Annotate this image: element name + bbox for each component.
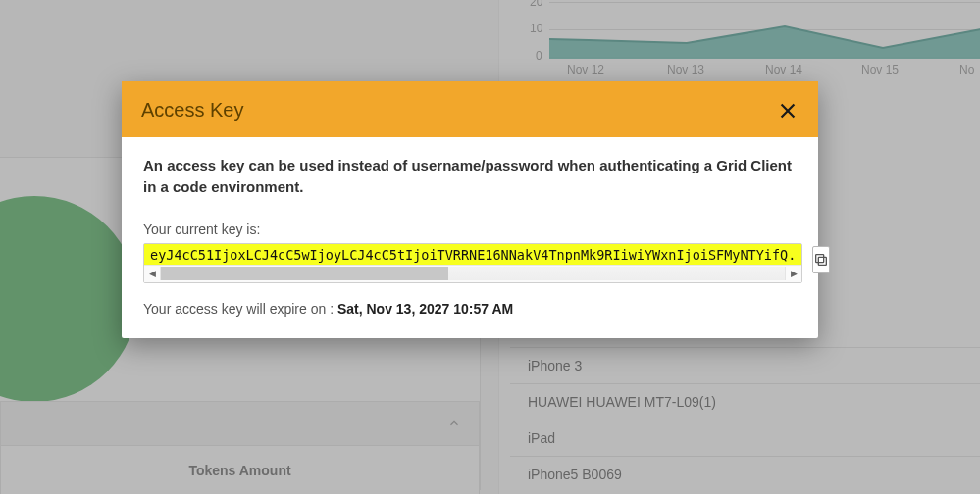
modal-header: Access Key — [122, 81, 818, 137]
expiry-date: Sat, Nov 13, 2027 10:57 AM — [337, 301, 513, 317]
copy-button[interactable] — [812, 246, 830, 273]
access-key-modal: Access Key An access key can be used ins… — [122, 81, 818, 338]
horizontal-scrollbar[interactable]: ◀ ▶ — [144, 265, 801, 282]
expiry-line: Your access key will expire on : Sat, No… — [143, 301, 797, 317]
svg-rect-0 — [819, 257, 827, 265]
access-key-value[interactable]: eyJ4cC51IjoxLCJ4cC5wIjoyLCJ4cC5tIjoiTVRR… — [144, 244, 801, 265]
scroll-track[interactable] — [160, 267, 786, 280]
key-row: eyJ4cC51IjoxLCJ4cC5wIjoyLCJ4cC5tIjoiTVRR… — [143, 243, 797, 283]
scroll-thumb[interactable] — [161, 267, 448, 280]
current-key-label: Your current key is: — [143, 222, 797, 237]
copy-icon — [813, 252, 829, 268]
modal-body: An access key can be used instead of use… — [122, 137, 818, 338]
scroll-left-arrow-icon[interactable]: ◀ — [144, 266, 160, 281]
scroll-right-arrow-icon[interactable]: ▶ — [786, 266, 801, 281]
modal-description: An access key can be used instead of use… — [143, 155, 797, 198]
key-box: eyJ4cC51IjoxLCJ4cC5wIjoyLCJ4cC5tIjoiTVRR… — [143, 243, 802, 283]
close-icon[interactable] — [777, 100, 799, 122]
modal-title: Access Key — [141, 99, 243, 122]
expiry-prefix: Your access key will expire on : — [143, 301, 337, 317]
svg-rect-1 — [816, 254, 824, 262]
